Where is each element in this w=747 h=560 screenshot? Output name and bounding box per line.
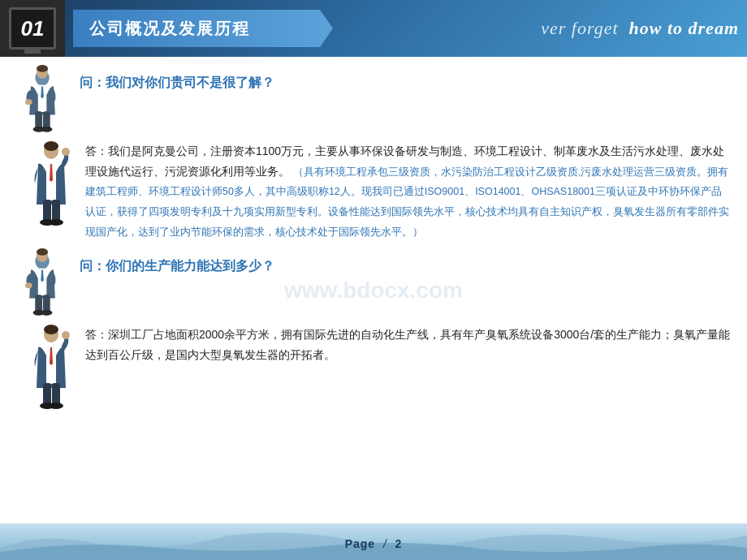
person-figure-q2	[16, 248, 73, 321]
answer-person-svg-1	[20, 141, 81, 230]
main-content: www.bdocx.com	[0, 57, 747, 523]
header-tagline: ver forget how to dream	[541, 18, 739, 39]
qa-block-1: 问：我们对你们贵司不是很了解？	[16, 65, 731, 242]
person-svg-q1	[16, 65, 69, 136]
answer-person-col-1	[16, 141, 85, 242]
header: 01 公司概况及发展历程 ver forget how to dream	[0, 0, 747, 57]
svg-point-16	[49, 219, 63, 226]
tagline-part1: ver forget	[541, 18, 618, 38]
svg-point-10	[44, 141, 58, 151]
svg-rect-31	[52, 383, 60, 406]
question-row-2: 问：你们的生产能力能达到多少？	[16, 248, 731, 321]
svg-rect-14	[52, 200, 60, 222]
person-svg-q2	[16, 248, 69, 320]
svg-point-19	[37, 248, 48, 256]
answer-person-col-2	[16, 325, 85, 414]
footer-page: Page / 2	[345, 537, 403, 550]
answer-block-1: 答：我们是阿克曼公司，注册资本1100万元，主要从事环保设备研发与制造、环境工程…	[16, 141, 731, 242]
answer-block-2: 答：深圳工厂占地面积2000余平方米，拥有国际先进的自动化生产线，具有年产臭氧系…	[16, 325, 731, 414]
header-monitor: 01	[0, 0, 65, 57]
question-row-1: 问：我们对你们贵司不是很了解？	[16, 65, 731, 138]
svg-point-21	[25, 282, 32, 288]
footer-page-label: Page	[345, 537, 375, 550]
monitor-icon: 01	[9, 7, 56, 50]
svg-point-25	[41, 310, 52, 316]
person-figure-q1	[16, 65, 73, 138]
answer-text-main-2: 答：深圳工厂占地面积2000余平方米，拥有国际先进的自动化生产线，具有年产臭氧系…	[85, 325, 731, 364]
header-title: 公司概况及发展历程	[89, 18, 250, 40]
footer-page-number: 2	[395, 537, 403, 550]
svg-point-2	[37, 65, 48, 72]
answer-layout-2: 答：深圳工厂占地面积2000余平方米，拥有国际先进的自动化生产线，具有年产臭氧系…	[16, 325, 731, 414]
svg-point-12	[62, 148, 70, 156]
svg-rect-13	[43, 200, 51, 222]
answer-layout-1: 答：我们是阿克曼公司，注册资本1100万元，主要从事环保设备研发与制造、环境工程…	[16, 141, 731, 242]
answer-person-svg-2	[20, 325, 81, 414]
footer: Page / 2	[0, 523, 747, 560]
answer-text-col-1: 答：我们是阿克曼公司，注册资本1100万元，主要从事环保设备研发与制造、环境工程…	[85, 141, 731, 242]
answer-intro-2: 答：深圳工厂占地面积2000余平方米，拥有国际先进的自动化生产线，具有年产臭氧系…	[85, 328, 730, 361]
svg-rect-30	[43, 383, 51, 406]
tagline-part2: how to dream	[629, 18, 739, 38]
svg-point-29	[62, 331, 70, 339]
qa-block-2: 问：你们的生产能力能达到多少？	[16, 248, 731, 414]
slide-number: 01	[21, 16, 45, 41]
question-text-1: 问：我们对你们贵司不是很了解？	[73, 65, 274, 92]
svg-point-4	[25, 99, 32, 105]
svg-point-33	[49, 403, 63, 409]
question-text-2: 问：你们的生产能力能达到多少？	[73, 248, 274, 275]
header-title-box: 公司概况及发展历程	[73, 10, 333, 47]
svg-point-8	[41, 127, 52, 132]
svg-point-27	[44, 325, 58, 334]
answer-text-col-2: 答：深圳工厂占地面积2000余平方米，拥有国际先进的自动化生产线，具有年产臭氧系…	[85, 325, 731, 414]
answer-text-main-1: 答：我们是阿克曼公司，注册资本1100万元，主要从事环保设备研发与制造、环境工程…	[85, 141, 731, 242]
content-wrapper: 问：我们对你们贵司不是很了解？	[16, 65, 731, 414]
